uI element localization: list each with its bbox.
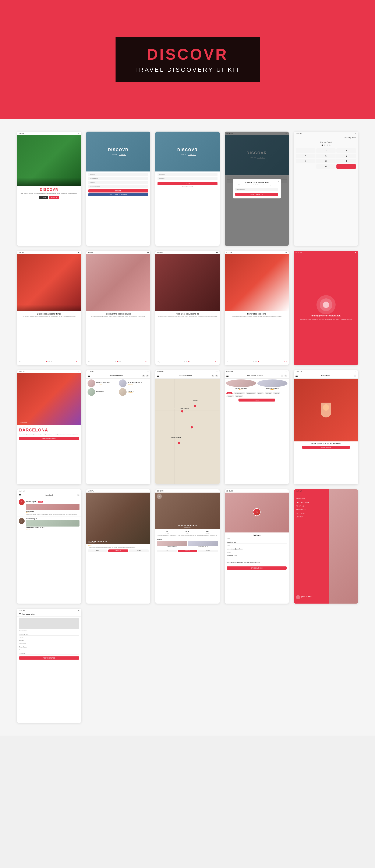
carousel-4-skip[interactable]: To	[227, 361, 228, 363]
filter-hamburger[interactable]	[227, 375, 229, 377]
nearby-1[interactable]: MERCAT PRINCESA ★★★★☆	[157, 541, 187, 549]
cat-bars[interactable]: BARS	[227, 392, 233, 394]
modal-email[interactable]	[235, 188, 278, 191]
carousel-2-skip[interactable]: Skip	[89, 361, 91, 363]
status-time: 9:41 AM	[19, 132, 24, 134]
explore-more-btn[interactable]: EXPLORE MORE	[302, 446, 350, 448]
search-icon[interactable]: ⊕	[142, 375, 145, 377]
map-hamburger[interactable]	[157, 375, 159, 377]
map-label-ginebra: GINEBRA	[193, 400, 198, 401]
map-search-icon[interactable]: ⊕	[211, 375, 214, 377]
pin-key-9[interactable]: 9	[336, 159, 356, 163]
news-item-2[interactable]: V Valentina Tagnoli MAKAMAMA BURGER CAFE…	[17, 517, 81, 531]
signup-button[interactable]: SIGN UP	[49, 196, 59, 199]
settings-name-input[interactable]	[227, 541, 287, 544]
map-filter-icon[interactable]: ≡	[215, 375, 218, 377]
carousel-1-next[interactable]: Next	[76, 361, 79, 363]
pin-key-check[interactable]: ✓	[336, 164, 356, 169]
pin-key-3[interactable]: 3	[336, 148, 356, 153]
screen-carousel-3: 9:41 AM ▪▪▪ Find great activities to do …	[156, 251, 219, 365]
send-password-btn[interactable]: SEND PASSWORD	[235, 193, 278, 196]
place-row-1[interactable]: MERCAT PRINCESA ★★★★☆ EL SORTIDOR DEL P.…	[88, 379, 149, 387]
nf-hamburger[interactable]	[19, 494, 21, 496]
login-button[interactable]: LOG IN	[39, 196, 48, 199]
share-btn-full[interactable]: SHARE	[198, 550, 218, 552]
pin-key-5[interactable]: 5	[316, 154, 336, 158]
col-hamburger[interactable]	[296, 375, 298, 377]
add-place-btn[interactable]: ADD THIS PLACE	[19, 656, 79, 660]
carousel-4-next[interactable]: Next	[284, 361, 286, 363]
ap-search-input[interactable]	[19, 633, 79, 636]
map-view[interactable]: SANTA CATERING GOTHIC QUARTER GINEBRA	[156, 379, 219, 484]
status-time-c2: 9:41 AM	[88, 252, 94, 253]
cat-shops[interactable]: SHOPS	[273, 392, 280, 394]
carousel-3-next[interactable]: Next	[215, 361, 217, 363]
menu-item-profile[interactable]: PROFILE	[296, 504, 327, 508]
settings-email-input[interactable]	[227, 548, 287, 550]
menu-item-logout[interactable]: LOGOUT	[296, 515, 327, 519]
tab-login[interactable]: Log In	[119, 153, 126, 156]
filter-icon[interactable]: ≡	[146, 375, 148, 377]
cat-culture[interactable]: CULTURE	[235, 395, 243, 397]
ap-comment-input[interactable]	[19, 652, 79, 655]
pin-key-6[interactable]: 6	[336, 154, 356, 158]
filter-filter-icon[interactable]: ≡	[284, 375, 287, 377]
username-field[interactable]	[89, 173, 148, 176]
pin-key-8[interactable]: 8	[316, 159, 336, 163]
carousel-1-skip[interactable]: Skip	[19, 361, 22, 363]
share-btn-pd[interactable]: SHARE	[129, 550, 148, 552]
ap-type-input[interactable]	[19, 646, 79, 648]
screen-onboard-splash: 9:41 AM ▪▪▪ DISCOVR Start your journey n…	[17, 131, 81, 246]
menu-item-discover[interactable]: DISCOVER	[296, 497, 327, 501]
collections-search-icon[interactable]: ⊕	[354, 375, 356, 377]
carousel-2-next[interactable]: Next	[145, 361, 148, 363]
fb-signup[interactable]: SIGN UP WITH FACEBOOK	[89, 193, 148, 196]
more-button[interactable]: MORE	[238, 399, 275, 402]
cat-coffee[interactable]: COFFEE	[265, 392, 272, 394]
tab-login-login[interactable]: Log In	[188, 153, 196, 156]
place-row-2[interactable]: BODRI CRI ★★★★☆ LA LUPE ★★★★☆	[88, 388, 149, 396]
cat-parks[interactable]: PARKS	[257, 392, 264, 394]
checkin-btn-pd[interactable]: CHECK IN	[108, 550, 128, 552]
settings-location-input[interactable]	[227, 555, 287, 557]
save-btn-full[interactable]: SAVE	[157, 550, 177, 552]
save-btn-pd[interactable]: SAVE	[88, 550, 108, 552]
confirm-field[interactable]	[89, 185, 148, 188]
start-exploring-btn[interactable]: START EXPLORING	[19, 437, 79, 440]
cat-health[interactable]: HEALTH	[227, 395, 234, 397]
add-place-hamburger[interactable]	[19, 613, 21, 615]
nearby-2[interactable]: EL SORTIDOR DEL H. ★★★☆☆	[188, 541, 218, 549]
pin-key-4[interactable]: 4	[296, 154, 315, 158]
pin-key-0[interactable]: 0	[316, 164, 336, 169]
menu-item-newsfeed[interactable]: NEWSFEED	[296, 508, 327, 512]
nf-search-icon[interactable]: ⊕	[77, 494, 79, 496]
forgot-password-link[interactable]: Forgot Password?	[158, 186, 217, 187]
tab-signup-login[interactable]: Sign Up	[179, 153, 188, 156]
login-submit[interactable]: LOG IN	[158, 182, 217, 185]
modal-close-btn[interactable]: ✕	[277, 180, 279, 183]
save-changes-btn[interactable]: SAVE CHANGES	[227, 566, 287, 569]
app-logo: DISCOVR	[19, 188, 79, 192]
login-password[interactable]	[158, 177, 217, 180]
checkin-btn-full[interactable]: CHECK IN	[178, 550, 198, 552]
status-time-nf: 11:45 AM	[19, 490, 25, 492]
back-btn[interactable]: ←	[157, 494, 162, 499]
tab-signup[interactable]: Sign Up	[110, 153, 119, 156]
ap-address-input[interactable]	[19, 640, 79, 642]
cat-landmarks[interactable]: LANDMARKS	[246, 392, 256, 394]
login-username[interactable]	[158, 173, 217, 176]
menu-item-settings[interactable]: SETTINGS	[296, 512, 327, 515]
pin-key-1[interactable]: 1	[296, 148, 315, 153]
email-field[interactable]	[89, 177, 148, 180]
news-item-1[interactable]: R Roberto Algnari FRIEND EL GALLITO ★★★★…	[17, 498, 81, 517]
pin-key-2[interactable]: 2	[316, 148, 336, 153]
signup-submit[interactable]: SIGN UP	[89, 189, 148, 192]
password-field[interactable]	[89, 181, 148, 184]
filter-search-icon[interactable]: ⊕	[281, 375, 283, 377]
carousel-3-skip[interactable]: Skip	[158, 361, 160, 363]
hamburger-icon[interactable]	[88, 375, 90, 377]
pin-key-7[interactable]: 7	[296, 159, 315, 163]
settings-bio-input[interactable]	[227, 561, 287, 564]
cat-restaurants[interactable]: RESTAURANTS	[233, 392, 245, 394]
menu-item-collections[interactable]: COLLECTIONS	[296, 501, 327, 504]
